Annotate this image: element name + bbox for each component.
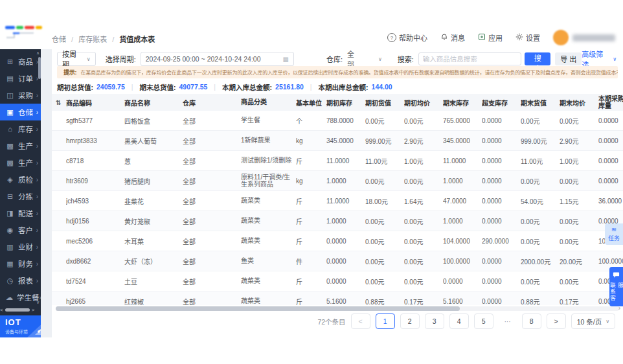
table-header-row: ⇅商品编码商品名称仓库商品分类基本单位期初库存期初货值期初均价期末库存超支库存期… <box>52 94 623 111</box>
sidebar-item-student-meal[interactable]: ☁学生餐› <box>0 289 41 306</box>
top-header: 仓储 / 库存账表 / 货值成本表 ? 帮助中心 消息 应用 设置 <box>0 19 623 49</box>
sidebar-item-production-2[interactable]: ▩生产› <box>0 154 41 171</box>
table-row: sgfh5377四格饭盒全部学生餐个788.00000.00元0.00元765.… <box>52 111 623 131</box>
table-cell: 0.0000 <box>482 157 521 165</box>
search-button[interactable]: 搜索 <box>525 52 550 65</box>
table-cell: 0.00元 <box>404 116 443 126</box>
help-center-link[interactable]: ? 帮助中心 <box>387 32 427 43</box>
table-cell: td7524 <box>66 278 124 285</box>
sidebar-item-customers[interactable]: ◉客户› <box>0 222 41 238</box>
notice-bar: 提示: 在某商品库存为负的情况下，库存均价会在此商品下一次入库时更新为的此次入库… <box>57 66 618 78</box>
summary-label: 期初总货值: <box>57 82 93 92</box>
breadcrumb-item-inventory-report[interactable]: 库存账表 <box>78 36 107 43</box>
sidebar-item-qc[interactable]: ◈质检› <box>0 171 41 188</box>
page-next-button[interactable]: > <box>547 313 566 329</box>
table-row: hmrpt3833黑美人葡萄全部1新鲜蔬果kg345.0000999.00元2.… <box>52 131 623 151</box>
table-cell: 1新鲜蔬果 <box>241 137 296 144</box>
logo-bar-green <box>16 26 23 29</box>
table-cell: 原料11/干调类/生生系列商品 <box>241 174 296 188</box>
breadcrumb-item-warehouse[interactable]: 仓储 <box>52 36 66 43</box>
table-cell: 0.00元 <box>404 236 443 246</box>
table-cell: 11.0000 <box>326 157 365 165</box>
sidebar-item-label: 分拣 <box>18 191 36 201</box>
table-row: c8718葱全部测试删除1/须删除斤11.000011.00元1.00元11.0… <box>52 151 623 171</box>
table-cell: 红辣椒 <box>124 297 183 306</box>
sidebar-item-inventory[interactable]: ⌂库存› <box>0 120 41 137</box>
sidebar-item-warehouse[interactable]: ▣仓储› <box>0 104 41 120</box>
export-button[interactable]: 导 出 <box>555 52 582 65</box>
sidebar-item-biz-finance[interactable]: ▥业财› <box>0 238 41 255</box>
page-button-4[interactable]: 4 <box>449 313 469 329</box>
sidebar-horizontal-scrollbar[interactable]: < > <box>0 307 41 313</box>
table-row: hj2665红辣椒全部蔬菜类斤5.16000.88元0.17元5.16000.0… <box>52 291 623 305</box>
table-cell: 0.00元 <box>521 277 560 286</box>
sidebar-item-label: 生产 <box>18 141 36 151</box>
table-cell: 0.88元 <box>521 297 560 306</box>
table-cell: 1.0000 <box>443 218 482 225</box>
sidebar-item-sorting[interactable]: ⊟分拣› <box>0 188 41 205</box>
table-cell: 1.0000 <box>326 218 365 225</box>
table-cell: 土豆 <box>124 277 183 286</box>
sidebar-item-delivery[interactable]: ◨配送› <box>0 205 41 222</box>
page-button-5[interactable]: 5 <box>474 313 493 329</box>
table-cell: jch4593 <box>66 198 124 205</box>
page-button-2[interactable]: 2 <box>400 313 420 329</box>
table-cell: 5.1600 <box>443 298 482 305</box>
column-header: 商品名称 <box>124 98 183 108</box>
apps-label: 应用 <box>488 32 503 43</box>
customer-service-button[interactable]: 联系客服 <box>609 267 623 306</box>
table-cell: 0.00元 <box>521 176 560 186</box>
sidebar-item-label: 库存 <box>18 124 36 134</box>
search-input[interactable] <box>418 52 522 65</box>
sort-icon: ⊟ <box>6 192 14 201</box>
tasks-float-tab[interactable]: ≋ 任务 <box>605 223 623 245</box>
page-ellipsis[interactable]: ··· <box>499 314 517 328</box>
sidebar-item-label: 生产 <box>18 157 36 168</box>
table-cell: 0.0000 <box>482 198 521 205</box>
gear-icon <box>515 33 523 42</box>
table-cell: 0.00元 <box>560 277 598 286</box>
scroll-left-icon[interactable]: < <box>0 307 3 313</box>
warehouse-icon: ▣ <box>6 108 14 117</box>
table-cell: 2000.00元 <box>521 256 560 266</box>
settings-link[interactable]: 设置 <box>515 32 540 43</box>
table-cell: 0.00元 <box>365 116 404 126</box>
table-hscroll-thumb[interactable] <box>56 306 460 311</box>
table-cell: 大虾（冻） <box>124 256 183 266</box>
table-cell: htr3609 <box>66 177 124 185</box>
page-size-select[interactable]: 10 条/页∨ <box>571 313 615 329</box>
sidebar-hscroll-thumb[interactable] <box>5 308 30 312</box>
apps-link[interactable]: 应用 <box>478 32 503 43</box>
user-menu[interactable] <box>553 30 615 45</box>
page-button-1[interactable]: 1 <box>376 313 395 329</box>
page-button-8[interactable]: 8 <box>522 313 541 329</box>
sidebar-item-purchase[interactable]: ◫采购› <box>0 87 41 104</box>
settings-label: 设置 <box>526 32 540 43</box>
sidebar-item-production-1[interactable]: ▩生产› <box>0 137 41 154</box>
column-settings-icon[interactable]: ⇅ <box>52 99 66 106</box>
scroll-right-icon[interactable]: > <box>32 307 35 313</box>
table-cell: 四格饭盒 <box>124 116 183 126</box>
sidebar-scroll-down-icon[interactable]: ∨ <box>36 300 40 305</box>
breadcrumb-current-page: 货值成本表 <box>119 36 155 43</box>
sidebar-item-label: 报表 <box>18 275 36 286</box>
period-type-dropdown[interactable]: 按周期 ∨ <box>57 52 96 66</box>
messages-link[interactable]: 消息 <box>440 32 465 43</box>
page-prev-button[interactable]: < <box>351 313 370 329</box>
sidebar-item-goods[interactable]: ⊞商品› <box>0 53 41 70</box>
table-cell: 0.00元 <box>404 256 443 266</box>
breadcrumb-separator: / <box>71 36 73 43</box>
sidebar-item-orders[interactable]: ▤订单› <box>0 70 41 87</box>
sidebar-item-finance[interactable]: ▦财务› <box>0 255 41 272</box>
collapse-arrow-icon[interactable]: › <box>618 304 620 312</box>
table-cell: 5.1600 <box>326 298 365 305</box>
table-cell: 全部 <box>183 176 241 186</box>
date-range-input[interactable]: 2024-09-25 00:00 ~ 2024-10-24 24:00 ▦ <box>141 52 294 66</box>
table-horizontal-scrollbar[interactable] <box>56 306 619 311</box>
table-cell: 11.0000 <box>443 157 482 165</box>
page-button-3[interactable]: 3 <box>425 313 444 329</box>
iot-subtitle: 设备与环境 <box>5 328 28 335</box>
table-cell: mec5206 <box>66 238 124 245</box>
sidebar-item-reports[interactable]: ◷报表› <box>0 272 41 289</box>
table-cell: 0.0000 <box>326 278 365 285</box>
